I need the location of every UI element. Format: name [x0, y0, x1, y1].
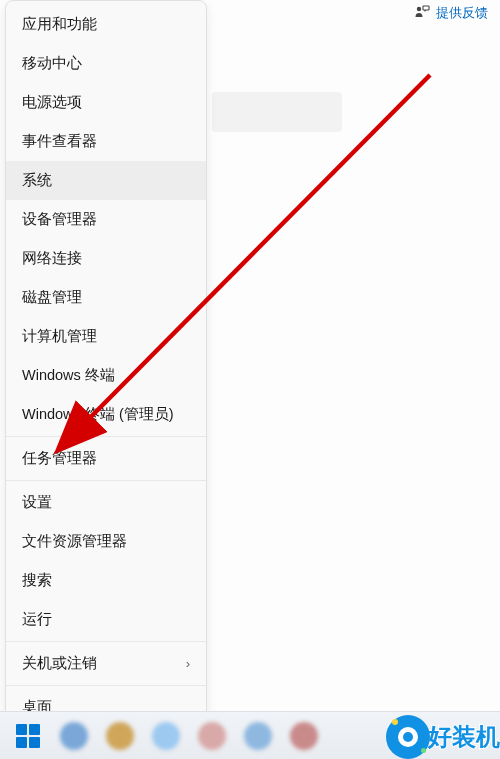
menu-item-label: 事件查看器	[22, 132, 97, 151]
menu-item-label: 电源选项	[22, 93, 82, 112]
menu-item-label: 磁盘管理	[22, 288, 82, 307]
menu-item-6[interactable]: 网络连接	[6, 239, 206, 278]
menu-item-label: Windows 终端	[22, 366, 115, 385]
menu-item-10[interactable]: Windows 终端 (管理员)	[6, 395, 206, 434]
menu-item-label: 系统	[22, 171, 52, 190]
menu-item-label: 计算机管理	[22, 327, 97, 346]
taskbar-app-4[interactable]	[192, 716, 232, 756]
feedback-link[interactable]: 提供反馈	[414, 4, 488, 22]
taskbar-app-1[interactable]	[54, 716, 94, 756]
menu-item-11[interactable]: 任务管理器	[6, 439, 206, 478]
start-button[interactable]	[8, 716, 48, 756]
menu-item-label: 应用和功能	[22, 15, 97, 34]
menu-item-label: 关机或注销	[22, 654, 97, 673]
watermark: 好装机	[386, 715, 500, 759]
menu-separator	[6, 641, 206, 642]
winx-context-menu: 应用和功能移动中心电源选项事件查看器系统设备管理器网络连接磁盘管理计算机管理Wi…	[5, 0, 207, 732]
menu-item-7[interactable]: 磁盘管理	[6, 278, 206, 317]
watermark-text: 好装机	[428, 721, 500, 753]
feedback-label: 提供反馈	[436, 4, 488, 22]
menu-item-4[interactable]: 系统	[6, 161, 206, 200]
menu-item-16[interactable]: 关机或注销›	[6, 644, 206, 683]
svg-point-0	[417, 6, 421, 10]
menu-item-12[interactable]: 设置	[6, 483, 206, 522]
background-panel	[212, 92, 342, 132]
menu-item-label: 文件资源管理器	[22, 532, 127, 551]
svg-rect-1	[423, 6, 429, 10]
menu-item-label: Windows 终端 (管理员)	[22, 405, 174, 424]
taskbar-app-2[interactable]	[100, 716, 140, 756]
menu-separator	[6, 685, 206, 686]
menu-item-3[interactable]: 事件查看器	[6, 122, 206, 161]
taskbar-app-3[interactable]	[146, 716, 186, 756]
menu-item-label: 移动中心	[22, 54, 82, 73]
menu-item-label: 搜索	[22, 571, 52, 590]
feedback-icon	[414, 5, 430, 22]
menu-item-label: 运行	[22, 610, 52, 629]
menu-item-2[interactable]: 电源选项	[6, 83, 206, 122]
menu-item-label: 网络连接	[22, 249, 82, 268]
menu-item-label: 设备管理器	[22, 210, 97, 229]
menu-item-15[interactable]: 运行	[6, 600, 206, 639]
menu-item-label: 任务管理器	[22, 449, 97, 468]
menu-separator	[6, 480, 206, 481]
windows-icon	[16, 724, 40, 748]
chevron-right-icon: ›	[186, 656, 190, 671]
taskbar-app-5[interactable]	[238, 716, 278, 756]
menu-separator	[6, 436, 206, 437]
menu-item-9[interactable]: Windows 终端	[6, 356, 206, 395]
taskbar-app-6[interactable]	[284, 716, 324, 756]
watermark-logo-icon	[386, 715, 430, 759]
menu-item-label: 设置	[22, 493, 52, 512]
menu-item-13[interactable]: 文件资源管理器	[6, 522, 206, 561]
menu-item-5[interactable]: 设备管理器	[6, 200, 206, 239]
menu-item-14[interactable]: 搜索	[6, 561, 206, 600]
menu-item-8[interactable]: 计算机管理	[6, 317, 206, 356]
menu-item-0[interactable]: 应用和功能	[6, 5, 206, 44]
menu-item-1[interactable]: 移动中心	[6, 44, 206, 83]
